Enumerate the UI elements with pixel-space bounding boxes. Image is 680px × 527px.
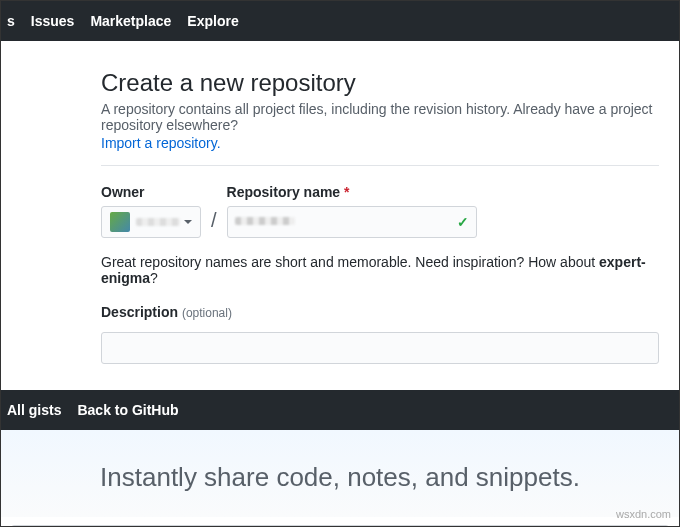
description-label: Description (optional) <box>101 304 659 320</box>
nav-item-marketplace[interactable]: Marketplace <box>90 13 171 29</box>
watermark: wsxdn.com <box>616 508 671 520</box>
divider <box>101 165 659 166</box>
repo-name-redacted <box>235 217 295 225</box>
name-hint: Great repository names are short and mem… <box>101 254 659 286</box>
check-icon: ✓ <box>457 214 469 230</box>
repo-name-group: Repository name * ✓ <box>227 184 477 238</box>
slash-separator: / <box>211 209 217 232</box>
top-nav: s Issues Marketplace Explore <box>1 1 679 41</box>
nav-item-s[interactable]: s <box>7 13 15 29</box>
chevron-down-icon <box>184 220 192 224</box>
nav-item-back-to-github[interactable]: Back to GitHub <box>77 402 178 418</box>
gist-hero: Instantly share code, notes, and snippet… <box>1 430 679 517</box>
page-subtitle: A repository contains all project files,… <box>101 101 659 133</box>
nav-item-issues[interactable]: Issues <box>31 13 75 29</box>
owner-name-redacted <box>136 218 180 226</box>
gist-editor: Spaces 2 No wrap 1Just creating a test g… <box>1 517 679 527</box>
owner-name-row: Owner / Repository name * ✓ <box>101 184 659 238</box>
avatar <box>110 212 130 232</box>
create-repo-form: Create a new repository A repository con… <box>1 41 679 386</box>
gist-hero-title: Instantly share code, notes, and snippet… <box>1 462 679 493</box>
owner-label: Owner <box>101 184 201 200</box>
description-group: Description (optional) <box>101 304 659 364</box>
owner-select[interactable] <box>101 206 201 238</box>
import-repo-link[interactable]: Import a repository. <box>101 135 659 151</box>
owner-group: Owner <box>101 184 201 238</box>
nav-item-all-gists[interactable]: All gists <box>7 402 61 418</box>
description-input[interactable] <box>101 332 659 364</box>
nav-item-explore[interactable]: Explore <box>187 13 238 29</box>
gist-nav: All gists Back to GitHub <box>1 390 679 430</box>
page-title: Create a new repository <box>101 69 659 97</box>
repo-name-label: Repository name * <box>227 184 477 200</box>
